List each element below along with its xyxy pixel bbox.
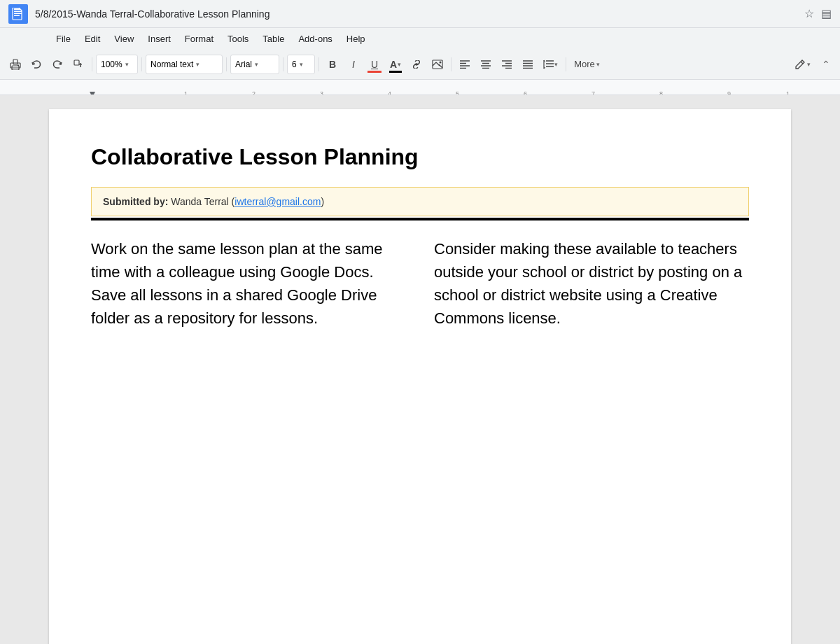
submitted-author-close: ) — [321, 196, 324, 207]
svg-rect-1 — [14, 10, 22, 12]
italic-button[interactable]: I — [344, 53, 363, 76]
collapse-toolbar-button[interactable]: ⌃ — [818, 56, 834, 73]
svg-rect-7 — [18, 64, 19, 66]
font-arrow: ▾ — [255, 61, 258, 68]
bold-button[interactable]: B — [323, 53, 342, 76]
ruler: 1 2 3 4 5 6 7 8 9 10 — [0, 80, 840, 95]
menu-bar: File Edit View Insert Format Tools Table… — [0, 28, 840, 49]
paint-format-button[interactable] — [69, 53, 88, 76]
star-icon[interactable]: ☆ — [804, 7, 814, 20]
menu-help[interactable]: Help — [341, 31, 371, 47]
menu-file[interactable]: File — [50, 31, 76, 47]
zoom-select[interactable]: 100% ▾ — [96, 55, 138, 74]
submitted-email[interactable]: iwterral@gmail.com — [234, 196, 321, 207]
font-size-arrow: ▾ — [300, 61, 303, 68]
separator-6 — [451, 57, 451, 71]
more-label: More — [574, 59, 595, 69]
svg-text:7: 7 — [592, 90, 595, 96]
separator-1 — [92, 57, 92, 71]
svg-rect-2 — [14, 13, 22, 14]
submitted-author-name: Wanda Terral ( — [171, 196, 234, 207]
menu-insert[interactable]: Insert — [142, 31, 176, 47]
style-value: Normal text — [150, 59, 193, 69]
text-color-button[interactable]: A ▾ — [386, 53, 405, 76]
submitted-bar: Submitted by: Wanda Terral (iwterral@gma… — [91, 187, 749, 216]
font-size-value: 6 — [292, 59, 297, 69]
insert-image-button[interactable] — [428, 53, 447, 76]
zoom-arrow: ▾ — [125, 61, 129, 68]
svg-text:8: 8 — [659, 90, 663, 96]
svg-point-13 — [440, 61, 442, 63]
style-arrow: ▾ — [196, 61, 200, 68]
style-select[interactable]: Normal text ▾ — [146, 55, 223, 74]
edit-mode-arrow: ▾ — [807, 61, 811, 68]
document-heading: Collaborative Lesson Planning — [91, 144, 749, 170]
svg-text:2: 2 — [252, 90, 255, 96]
align-left-button[interactable] — [455, 53, 475, 76]
more-button[interactable]: More ▾ — [570, 56, 604, 72]
section-divider — [91, 218, 749, 220]
svg-text:10: 10 — [786, 90, 790, 96]
svg-text:1: 1 — [184, 90, 188, 96]
line-spacing-button[interactable]: ▾ — [539, 53, 562, 76]
separator-4 — [283, 57, 284, 71]
print-button[interactable] — [6, 53, 25, 76]
separator-2 — [141, 57, 142, 71]
line-spacing-arrow: ▾ — [554, 61, 558, 68]
menu-addons[interactable]: Add-ons — [293, 31, 337, 47]
font-value: Arial — [235, 59, 252, 69]
svg-marker-45 — [90, 92, 95, 96]
svg-rect-8 — [74, 60, 79, 65]
separator-3 — [226, 57, 227, 71]
column-2-text: Consider making these available to teach… — [434, 237, 749, 330]
svg-text:5: 5 — [456, 90, 459, 96]
more-arrow: ▾ — [596, 61, 600, 68]
menu-view[interactable]: View — [108, 31, 139, 47]
svg-text:3: 3 — [320, 90, 323, 96]
svg-text:9: 9 — [727, 90, 731, 96]
underline-label: U — [371, 59, 378, 70]
docs-app-icon — [8, 4, 28, 24]
text-color-A: A — [390, 59, 397, 70]
folder-icon[interactable]: ▤ — [821, 7, 832, 20]
align-justify-button[interactable] — [518, 53, 538, 76]
column-1-text: Work on the same lesson plan at the same… — [91, 237, 406, 330]
svg-line-11 — [436, 62, 440, 66]
content-area: Collaborative Lesson Planning Submitted … — [0, 95, 840, 644]
submitted-label: Submitted by: — [103, 196, 168, 207]
text-color-arrow: ▾ — [398, 61, 401, 68]
menu-tools[interactable]: Tools — [222, 31, 254, 47]
zoom-value: 100% — [101, 59, 122, 69]
two-column-layout: Work on the same lesson plan at the same… — [91, 237, 749, 330]
font-size-select[interactable]: 6 ▾ — [287, 55, 315, 74]
svg-line-12 — [439, 64, 442, 68]
document-title: 5/8/2015-Wanda Terral-Collaborative Less… — [35, 8, 797, 20]
underline-color-indicator — [368, 71, 382, 73]
toolbar: 100% ▾ Normal text ▾ Arial ▾ 6 ▾ B I U A… — [0, 49, 840, 80]
menu-edit[interactable]: Edit — [79, 31, 106, 47]
svg-text:6: 6 — [524, 90, 527, 96]
undo-button[interactable] — [27, 53, 46, 76]
align-center-button[interactable] — [476, 53, 496, 76]
title-bar: 5/8/2015-Wanda Terral-Collaborative Less… — [0, 0, 840, 28]
edit-mode-button[interactable]: ▾ — [789, 56, 816, 73]
svg-rect-3 — [14, 15, 20, 16]
font-select[interactable]: Arial ▾ — [230, 55, 279, 74]
menu-format[interactable]: Format — [179, 31, 219, 47]
svg-rect-5 — [13, 59, 18, 64]
redo-button[interactable] — [48, 53, 67, 76]
svg-line-10 — [433, 62, 436, 66]
align-right-button[interactable] — [497, 53, 517, 76]
document-page[interactable]: Collaborative Lesson Planning Submitted … — [49, 109, 791, 644]
svg-line-33 — [801, 62, 803, 64]
svg-text:4: 4 — [388, 90, 391, 96]
menu-table[interactable]: Table — [257, 31, 290, 47]
underline-button[interactable]: U — [365, 53, 384, 76]
separator-5 — [318, 57, 319, 71]
separator-7 — [566, 57, 566, 71]
text-color-indicator — [389, 71, 402, 73]
link-button[interactable] — [407, 53, 426, 76]
